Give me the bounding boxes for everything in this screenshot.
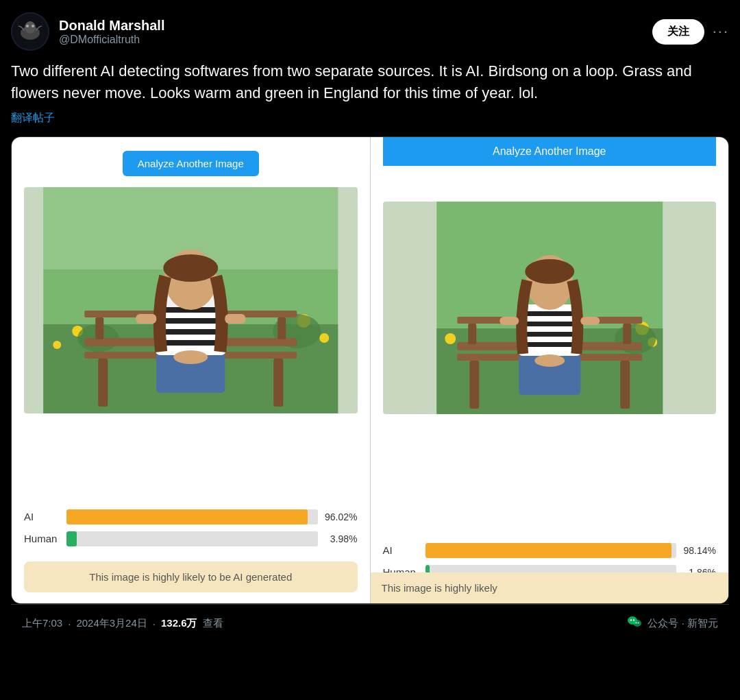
footer-dot1: ·: [68, 618, 71, 629]
left-human-bar-row: Human 3.98%: [24, 531, 358, 546]
svg-point-33: [173, 350, 208, 364]
left-photo: [24, 187, 358, 413]
left-analyze-button[interactable]: Analyze Another Image: [123, 151, 259, 176]
svg-rect-46: [623, 324, 631, 344]
header-left: Donald Marshall @DMofficialtruth: [11, 12, 164, 51]
svg-point-54: [525, 259, 574, 284]
views-suffix: 查看: [203, 617, 223, 630]
left-human-bar-fill: [66, 531, 77, 546]
more-button[interactable]: ···: [713, 23, 729, 40]
footer-dot2: ·: [153, 618, 156, 629]
header-right: 关注 ···: [652, 19, 729, 45]
svg-rect-17: [98, 359, 108, 407]
svg-rect-55: [500, 317, 519, 325]
right-result-banner: This image is highly likely: [371, 572, 729, 603]
wechat-icon: [627, 614, 642, 633]
svg-point-61: [633, 619, 634, 620]
right-ai-label: AI: [383, 544, 419, 556]
right-ai-bar-track: [426, 543, 677, 558]
avatar-image: [11, 12, 49, 51]
svg-rect-42: [469, 361, 479, 409]
left-ai-bar-track: [66, 509, 318, 524]
right-image-card: Analyze Another Image: [371, 137, 729, 603]
right-photo: [383, 202, 717, 414]
views-count: 132.6万: [161, 617, 197, 630]
svg-rect-43: [620, 361, 630, 409]
svg-rect-56: [580, 317, 600, 325]
tweet-date: 2024年3月24日: [76, 617, 147, 630]
svg-point-30: [163, 254, 218, 282]
svg-point-5: [32, 25, 34, 27]
svg-point-57: [534, 354, 565, 367]
left-ai-bar-fill: [66, 509, 308, 524]
svg-rect-32: [225, 314, 245, 324]
translate-link[interactable]: 翻译帖子: [11, 111, 729, 125]
left-bars-section: AI 96.02% Human 3.98%: [24, 509, 358, 553]
avatar[interactable]: [11, 12, 49, 51]
display-name[interactable]: Donald Marshall: [59, 18, 164, 34]
footer-left: 上午7:03 · 2024年3月24日 · 132.6万 查看: [22, 617, 223, 630]
left-result-banner: This image is highly likely to be AI gen…: [24, 562, 358, 592]
user-info: Donald Marshall @DMofficialtruth: [59, 18, 164, 46]
wechat-label: 公众号 · 新智元: [648, 617, 718, 630]
right-ai-pct: 98.14%: [683, 545, 716, 556]
svg-rect-45: [468, 324, 476, 344]
left-ai-pct: 96.02%: [325, 511, 358, 522]
svg-point-10: [319, 333, 329, 343]
svg-point-62: [636, 622, 637, 623]
tweet-text: Two different AI detecting softwares fro…: [11, 60, 729, 104]
tweet-header: Donald Marshall @DMofficialtruth 关注 ···: [11, 12, 729, 51]
svg-rect-21: [278, 317, 286, 339]
username[interactable]: @DMofficialtruth: [59, 34, 164, 46]
svg-rect-31: [136, 314, 156, 324]
left-human-label: Human: [24, 533, 60, 544]
images-row: Analyze Another Image: [11, 136, 729, 604]
svg-rect-18: [273, 359, 283, 407]
svg-point-4: [26, 25, 29, 27]
tweet-footer: 上午7:03 · 2024年3月24日 · 132.6万 查看 公众号 · 新智…: [11, 604, 729, 642]
svg-point-3: [25, 21, 36, 34]
left-ai-label: AI: [24, 511, 60, 522]
right-ai-bar-row: AI 98.14%: [383, 543, 717, 558]
right-ai-bar-fill: [426, 543, 672, 558]
left-ai-bar-row: AI 96.02%: [24, 509, 358, 524]
follow-button[interactable]: 关注: [652, 19, 704, 45]
svg-point-11: [53, 341, 61, 349]
left-image-card: Analyze Another Image: [12, 137, 371, 603]
left-human-bar-track: [66, 531, 318, 546]
svg-rect-20: [95, 317, 103, 339]
svg-point-63: [638, 622, 639, 623]
right-analyze-button[interactable]: Analyze Another Image: [383, 137, 717, 166]
svg-point-60: [630, 619, 632, 620]
tweet-container: Donald Marshall @DMofficialtruth 关注 ··· …: [0, 0, 740, 642]
left-human-pct: 3.98%: [325, 533, 358, 544]
footer-right: 公众号 · 新智元: [627, 614, 718, 633]
svg-point-59: [633, 620, 641, 627]
svg-point-38: [445, 333, 456, 344]
tweet-time: 上午7:03: [22, 617, 62, 630]
